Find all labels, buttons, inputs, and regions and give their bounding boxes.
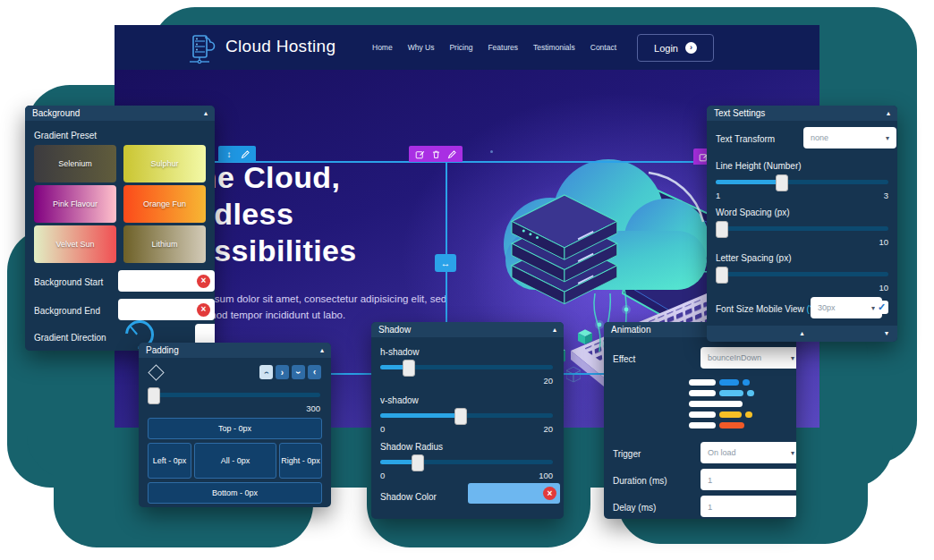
clear-icon[interactable]: × xyxy=(197,303,210,317)
slider-min-label: 1 xyxy=(716,191,720,200)
animation-panel: Animation ▴ Effect bounceInDown ▾ Trigge… xyxy=(604,322,796,519)
collapse-icon[interactable]: ▴ xyxy=(553,327,556,334)
effect-select[interactable]: bounceInDown ▾ xyxy=(700,347,796,369)
direction-up-button[interactable]: › xyxy=(259,365,273,379)
move-vertical-icon[interactable]: ↕ xyxy=(223,148,235,160)
slider-thumb[interactable] xyxy=(716,267,728,284)
word-spacing-slider[interactable] xyxy=(716,226,888,231)
collapse-icon[interactable]: ▴ xyxy=(204,110,208,117)
gradient-preset-selenium[interactable]: Selenium xyxy=(34,145,116,182)
gradient-preset-label: Gradient Preset xyxy=(34,131,97,140)
nav-item-why-us[interactable]: Why Us xyxy=(408,43,435,52)
login-button[interactable]: Login › xyxy=(637,34,714,62)
expand-icon[interactable]: ▾ xyxy=(885,330,888,337)
background-end-input[interactable]: × xyxy=(118,299,215,320)
gradient-preset-sulphur[interactable]: Sulphur xyxy=(123,145,206,182)
direction-right-button[interactable]: › xyxy=(276,365,289,379)
line-height-slider[interactable] xyxy=(716,180,888,184)
nav-item-contact[interactable]: Contact xyxy=(590,43,616,52)
trigger-select[interactable]: On load ▾ xyxy=(700,442,796,463)
padding-slider[interactable] xyxy=(148,393,320,397)
duration-input[interactable]: 1 xyxy=(700,469,796,490)
background-start-input[interactable]: × xyxy=(118,270,215,292)
trigger-label: Trigger xyxy=(613,449,641,459)
nav-item-testimonials[interactable]: Testimonials xyxy=(533,43,575,52)
font-size-mobile-select[interactable]: 30px ▾ xyxy=(811,297,882,318)
h-shadow-slider[interactable] xyxy=(380,365,553,369)
panel-title: Text Settings xyxy=(714,108,765,118)
padding-bottom-button[interactable]: Bottom - 0px xyxy=(148,482,322,504)
hero-paragraph: Lorem ipsum dolor sit amet, consectetur … xyxy=(174,291,459,324)
background-panel-header[interactable]: Background ▴ xyxy=(25,106,215,121)
padding-panel: Padding ▴ › › › › 300 Top - 0px Left - 0… xyxy=(139,343,331,507)
shadow-radius-slider[interactable] xyxy=(380,460,553,464)
column-resize-handle[interactable]: ↔ xyxy=(435,254,456,272)
letter-spacing-label: Letter Spacing (px) xyxy=(716,253,792,263)
brush-icon[interactable] xyxy=(446,148,458,160)
slider-thumb[interactable] xyxy=(454,408,467,425)
shadow-panel: Shadow ▴ h-shadow 20 v-shadow 0 20 Shado… xyxy=(371,322,564,519)
slider-thumb[interactable] xyxy=(412,454,424,471)
slider-thumb[interactable] xyxy=(716,221,728,238)
slider-max-label: 20 xyxy=(543,424,553,434)
edit-icon[interactable] xyxy=(413,148,426,160)
padding-all-button[interactable]: All - 0px xyxy=(194,443,276,479)
selected-value: 30px xyxy=(818,303,836,312)
clear-icon[interactable]: × xyxy=(543,487,556,500)
move-icon[interactable] xyxy=(148,364,164,380)
shadow-color-label: Shadow Color xyxy=(380,492,437,502)
slider-thumb[interactable] xyxy=(148,387,160,404)
h-shadow-label: h-shadow xyxy=(380,347,419,357)
background-panel: Background ▴ Gradient Preset Selenium Su… xyxy=(25,106,215,351)
slider-max-label: 20 xyxy=(543,376,553,386)
delay-input[interactable]: 1 xyxy=(700,496,796,517)
direction-down-button[interactable]: › xyxy=(292,365,305,379)
text-settings-panel-header[interactable]: Text Settings ▴ xyxy=(707,106,897,121)
nav-item-home[interactable]: Home xyxy=(372,43,393,52)
nav-item-features[interactable]: Features xyxy=(488,43,518,52)
slider-thumb[interactable] xyxy=(403,360,415,377)
gradient-preset-orange-fun[interactable]: Orange Fun xyxy=(123,185,206,223)
animation-preview xyxy=(689,379,789,433)
selected-value: On load xyxy=(708,448,736,457)
padding-right-button[interactable]: Right - 0px xyxy=(279,443,322,479)
slider-max-label: 10 xyxy=(879,283,888,293)
slider-thumb[interactable] xyxy=(776,174,788,191)
selected-value: none xyxy=(811,133,828,142)
shadow-panel-header[interactable]: Shadow ▴ xyxy=(371,322,564,337)
clear-icon[interactable]: × xyxy=(197,275,210,288)
builder-canvas: Cloud Hosting Home Why Us Pricing Featur… xyxy=(0,0,934,560)
gradient-preset-velvet-sun[interactable]: Velvet Sun xyxy=(34,225,116,263)
selected-value: bounceInDown xyxy=(708,353,761,362)
brand-title: Cloud Hosting xyxy=(225,37,335,56)
letter-spacing-slider[interactable] xyxy=(716,272,888,276)
site-header: Cloud Hosting Home Why Us Pricing Featur… xyxy=(115,25,819,70)
line-height-label: Line Height (Number) xyxy=(716,161,802,171)
panel-title: Padding xyxy=(146,345,179,355)
brush-icon[interactable] xyxy=(239,148,251,160)
padding-left-button[interactable]: Left - 0px xyxy=(148,443,191,479)
chevron-down-icon: ▾ xyxy=(886,134,889,142)
nav-item-pricing[interactable]: Pricing xyxy=(449,43,472,52)
collapse-icon[interactable]: ▴ xyxy=(800,330,803,337)
cube-decoration xyxy=(578,329,592,345)
padding-top-button[interactable]: Top - 0px xyxy=(148,418,322,439)
login-label: Login xyxy=(654,43,678,54)
panel-title: Animation xyxy=(611,325,650,335)
direction-left-button[interactable]: › xyxy=(308,365,321,379)
v-shadow-slider[interactable] xyxy=(380,413,553,418)
padding-panel-header[interactable]: Padding ▴ xyxy=(139,343,331,358)
login-arrow-icon: › xyxy=(685,42,697,54)
gradient-preset-lithium[interactable]: Lithium xyxy=(123,225,206,263)
slider-min-label: 0 xyxy=(380,424,385,434)
font-size-mobile-checkbox[interactable]: ✓ xyxy=(875,301,888,314)
gradient-preset-pink-flavour[interactable]: Pink Flavour xyxy=(34,185,116,223)
collapse-icon[interactable]: ▴ xyxy=(887,110,890,117)
collapse-icon[interactable]: ▴ xyxy=(320,347,324,354)
trash-icon[interactable] xyxy=(429,148,442,160)
chevron-down-icon: ▾ xyxy=(791,449,794,457)
text-transform-label: Text Transform xyxy=(716,134,775,144)
text-transform-select[interactable]: none ▾ xyxy=(803,127,896,148)
shadow-color-swatch[interactable]: × xyxy=(468,483,560,504)
slider-max-label: 3 xyxy=(884,191,888,200)
